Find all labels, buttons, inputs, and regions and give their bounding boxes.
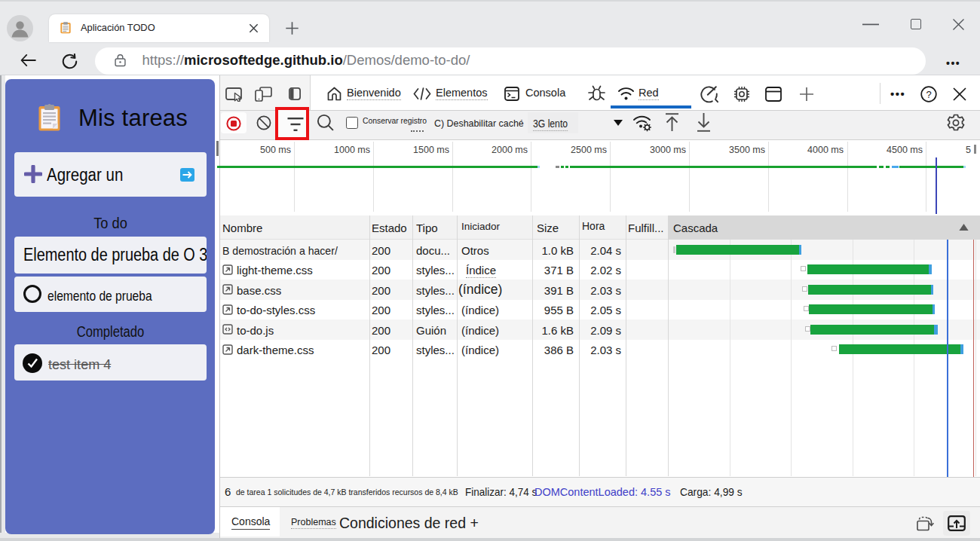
svg-text:?: ? bbox=[926, 89, 931, 100]
